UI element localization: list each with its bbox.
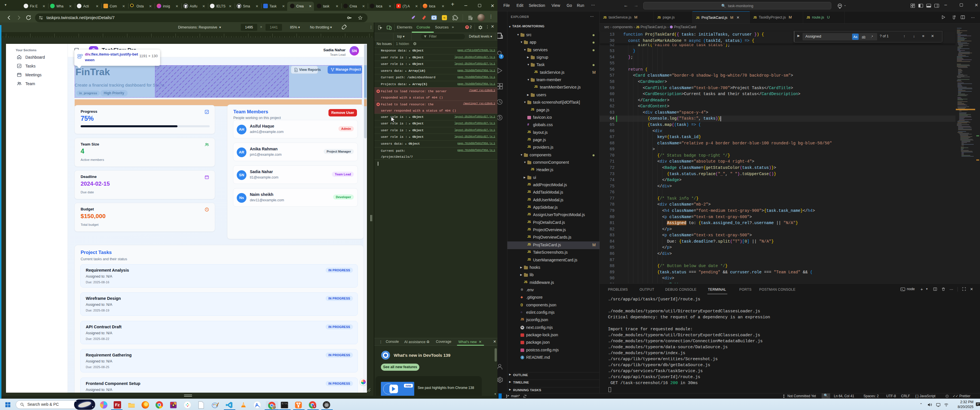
svg-text:C:\>_: C:\>_ <box>282 402 289 405</box>
svg-text:বং: বং <box>443 16 445 19</box>
